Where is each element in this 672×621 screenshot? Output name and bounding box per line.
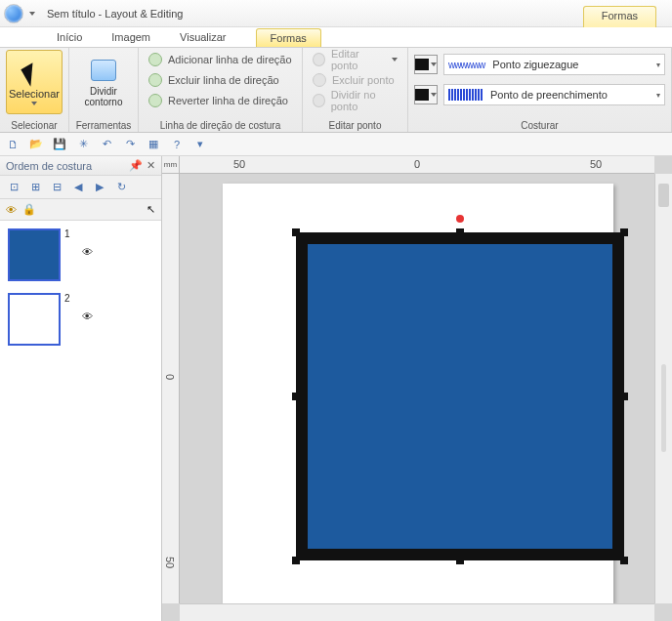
window-title: Sem título - Layout & Editing <box>47 8 183 20</box>
tool-prev-icon[interactable]: ◀ <box>70 180 86 195</box>
visibility-icon[interactable]: 👁 <box>6 204 17 216</box>
fill-stitch-dropdown[interactable]: Ponto de preenchimento ▾ <box>443 84 665 105</box>
tab-inicio[interactable]: Início <box>57 31 82 43</box>
group-label-tools: Ferramentas <box>75 118 132 131</box>
quick-access-toolbar: 🗋 📂 💾 ✳ ↶ ↷ ▦ ? ▾ <box>0 133 672 156</box>
split-outline-button[interactable]: Dividir contorno <box>75 50 132 114</box>
chevron-down-icon <box>31 102 37 105</box>
layer-thumbnail <box>8 228 61 281</box>
resize-handle-bm[interactable] <box>456 557 464 564</box>
chevron-down-icon <box>431 62 437 66</box>
resize-handle-mr[interactable] <box>620 393 628 400</box>
resize-handle-tl[interactable] <box>292 228 300 236</box>
resize-handle-tr[interactable] <box>620 228 628 236</box>
ribbon-group-tools: Dividir contorno Ferramentas <box>69 48 139 132</box>
group-label-point: Editar ponto <box>309 118 401 131</box>
main-area: Ordem de costura 📌✕ ⊡ ⊞ ⊟ ◀ ▶ ↻ 👁 🔒 ↖ 1 … <box>0 156 672 621</box>
tab-formas-context[interactable]: Formas <box>583 6 656 27</box>
resize-handle-br[interactable] <box>620 557 628 564</box>
new-button[interactable]: 🗋 <box>4 136 21 153</box>
add-icon <box>148 53 162 66</box>
sewing-order-panel: Ordem de costura 📌✕ ⊡ ⊞ ⊟ ◀ ▶ ↻ 👁 🔒 ↖ 1 … <box>0 156 162 621</box>
resize-handle-ml[interactable] <box>292 393 300 400</box>
group-label-sew: Costurar <box>414 118 665 131</box>
undo-button[interactable]: ↶ <box>98 136 115 153</box>
horizontal-scrollbar[interactable] <box>180 603 654 621</box>
lock-icon[interactable]: 🔒 <box>22 203 36 216</box>
eye-icon[interactable]: 👁 <box>80 310 96 322</box>
layer-item[interactable]: 1 👁 <box>8 228 153 281</box>
title-bar: Sem título - Layout & Editing Formas <box>0 0 672 27</box>
scissors-icon <box>91 60 116 81</box>
delete-icon <box>148 73 162 87</box>
line-stitch-dropdown[interactable]: wwwwww Ponto ziguezague ▾ <box>443 54 665 75</box>
help-button[interactable]: ? <box>168 136 186 153</box>
cursor-icon <box>21 60 47 86</box>
design-page <box>223 184 613 603</box>
selected-shape[interactable] <box>296 232 624 560</box>
scroll-thumb[interactable] <box>661 364 666 452</box>
ruler-horizontal: 50 0 50 <box>180 156 654 174</box>
fill-pattern-icon <box>448 89 483 101</box>
select-button[interactable]: Selecionar <box>6 50 63 114</box>
settings-button[interactable]: ✳ <box>74 136 92 153</box>
panel-toolbar-1: ⊡ ⊞ ⊟ ◀ ▶ ↻ <box>0 176 161 199</box>
scroll-up-button[interactable] <box>658 184 669 207</box>
tool-expand-icon[interactable]: ⊞ <box>27 180 43 195</box>
layer-thumbnail <box>8 293 61 346</box>
reverse-direction-line-button[interactable]: Reverter linha de direção <box>145 91 296 110</box>
save-button[interactable]: 💾 <box>51 136 68 153</box>
panel-toolbar-2: 👁 🔒 ↖ <box>0 199 161 221</box>
edit-point-button: Editar ponto <box>309 50 401 69</box>
open-button[interactable]: 📂 <box>27 136 45 153</box>
resize-handle-bl[interactable] <box>292 557 300 564</box>
ruler-vertical: 0 50 <box>162 174 180 603</box>
chevron-down-icon: ▾ <box>656 61 660 69</box>
ruler-unit: mm <box>162 156 180 174</box>
canvas-viewport[interactable] <box>180 174 654 603</box>
split-point-button: Dividir no ponto <box>309 91 401 110</box>
ribbon: Selecionar Selecionar Dividir contorno F… <box>0 47 672 133</box>
app-menu-dropdown-icon[interactable] <box>29 12 35 16</box>
layer-item[interactable]: 2 👁 <box>8 293 153 346</box>
chevron-down-icon: ▾ <box>656 91 660 100</box>
tab-visualizar[interactable]: Visualizar <box>180 31 227 43</box>
close-icon[interactable]: ✕ <box>147 159 155 172</box>
tool-refresh-icon[interactable]: ↻ <box>113 180 129 195</box>
eye-icon[interactable]: 👁 <box>80 246 96 258</box>
tool-collapse-icon[interactable]: ⊟ <box>49 180 64 195</box>
more-button[interactable]: ▾ <box>191 136 209 153</box>
app-icon[interactable] <box>4 4 23 23</box>
layer-number: 2 <box>64 293 70 304</box>
fill-color-swatch[interactable] <box>414 85 438 104</box>
pin-icon[interactable]: 📌 <box>129 159 143 172</box>
add-direction-line-button[interactable]: Adicionar linha de direção <box>145 50 296 69</box>
line-color-swatch[interactable] <box>414 55 438 74</box>
rotation-handle[interactable] <box>456 215 464 223</box>
group-label-select: Selecionar <box>6 118 63 131</box>
ribbon-group-point: Editar ponto Excluir ponto Dividir no po… <box>303 48 408 132</box>
edit-point-icon <box>313 53 325 66</box>
group-label-direction: Linha de direção de costura <box>145 118 296 131</box>
delete-point-button: Excluir ponto <box>309 70 401 90</box>
ribbon-group-sew: wwwwww Ponto ziguezague ▾ Ponto de preen… <box>408 48 672 132</box>
grid-button[interactable]: ▦ <box>145 136 162 153</box>
vertical-scrollbar[interactable] <box>654 174 672 603</box>
reverse-icon <box>148 94 162 107</box>
tab-imagem[interactable]: Imagem <box>111 31 150 43</box>
resize-handle-tm[interactable] <box>456 228 464 236</box>
redo-button[interactable]: ↷ <box>121 136 139 153</box>
chevron-down-icon <box>431 93 437 97</box>
ribbon-group-direction: Adicionar linha de direção Excluir linha… <box>139 48 303 132</box>
delete-direction-line-button[interactable]: Excluir linha de direção <box>145 70 296 90</box>
cursor-tool-icon[interactable]: ↖ <box>147 203 155 216</box>
tool-next-icon[interactable]: ▶ <box>92 180 107 195</box>
tab-formas[interactable]: Formas <box>256 28 321 47</box>
context-tabs: Formas <box>583 6 656 27</box>
tool-zoom-icon[interactable]: ⊡ <box>6 180 21 195</box>
layer-number: 1 <box>64 228 70 239</box>
shape-fill <box>308 244 612 549</box>
ribbon-group-select: Selecionar Selecionar <box>0 48 69 132</box>
zigzag-icon: wwwwww <box>448 60 484 70</box>
layer-list: 1 👁 2 👁 <box>0 221 161 621</box>
